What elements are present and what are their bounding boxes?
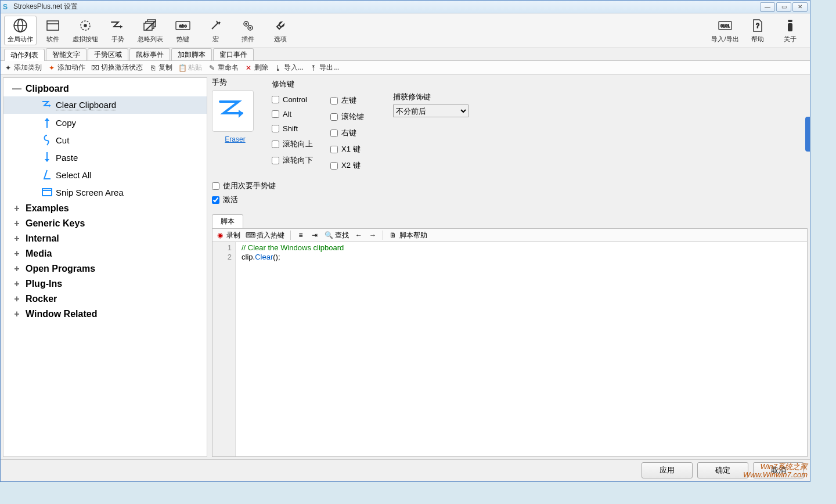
tree-folder-clipboard[interactable]: — Clipboard [3, 81, 207, 96]
active-checkbox[interactable]: 激活 [212, 195, 808, 205]
modifier-滚轮键[interactable]: 滚轮键 [330, 111, 364, 122]
zigzag-icon [110, 17, 125, 34]
config-area: 手势 Eraser 修饰键 ControlAltShift滚轮向上滚轮向下 左键… [212, 77, 808, 172]
tab-load-unload-script[interactable]: 加卸脚本 [171, 48, 212, 60]
modifier-滚轮向下[interactable]: 滚轮向下 [272, 155, 313, 165]
toolbar-gestures[interactable]: 手势 [102, 16, 134, 45]
info-icon [785, 17, 795, 34]
tree-folder-open-programs[interactable]: +Open Programs [3, 261, 207, 276]
cancel-button[interactable]: 取消 [753, 462, 804, 478]
add-action-button[interactable]: ✦添加动作 [48, 63, 85, 73]
line-gutter: 12 [212, 242, 236, 456]
expand-icon: + [8, 279, 26, 289]
ok-button[interactable]: 确定 [697, 462, 748, 478]
modifier-滚轮向上[interactable]: 滚轮向上 [272, 139, 313, 149]
gears-icon [241, 17, 255, 34]
toolbar-plugins[interactable]: 插件 [232, 16, 264, 45]
copy-button[interactable]: ⎘复制 [149, 63, 172, 73]
tree-item-cut[interactable]: Cut [3, 131, 207, 149]
expand-icon: + [8, 203, 26, 214]
svg-rect-3 [47, 21, 59, 30]
record-button[interactable]: ◉录制 [216, 231, 240, 240]
tab-action-list[interactable]: 动作列表 [4, 49, 45, 61]
tree-item-select-all[interactable]: Select All [3, 166, 207, 183]
gesture-preview[interactable] [212, 90, 254, 132]
toolbar-options[interactable]: 选项 [264, 16, 297, 45]
import-icon: ⭳ [274, 64, 282, 72]
toolbar-about[interactable]: 关于 [774, 16, 806, 45]
export-icon: ⭱ [309, 64, 318, 72]
tree-item-paste[interactable]: Paste [3, 149, 207, 166]
rename-button[interactable]: ✎重命名 [208, 63, 239, 73]
svg-text:0101: 0101 [720, 24, 730, 28]
indent-button[interactable]: ≡ [297, 231, 305, 239]
script-editor[interactable]: 12 // Clear the Windows clipboard clip.C… [212, 242, 808, 457]
tree-folder-plug-ins[interactable]: +Plug-Ins [3, 276, 207, 291]
copy-icon: ⎘ [149, 64, 157, 72]
tree-folder-window-related[interactable]: +Window Related [3, 307, 207, 322]
detail-pane: 手势 Eraser 修饰键 ControlAltShift滚轮向上滚轮向下 左键… [212, 77, 808, 457]
tree-folder-examples[interactable]: +Examples [3, 201, 207, 216]
script-help-button[interactable]: 🗎脚本帮助 [389, 231, 427, 240]
tree-item-clear-clipboard[interactable]: Clear Clipboard [3, 96, 207, 114]
app-icon: S [3, 3, 11, 11]
close-button[interactable]: ✕ [792, 2, 808, 12]
insert-hotkey-button[interactable]: ⌨插入热键 [246, 231, 284, 240]
delete-button[interactable]: ✕删除 [244, 63, 268, 73]
toolbar-global-actions[interactable]: 全局动作 [4, 16, 37, 45]
maximize-button[interactable]: ▭ [776, 2, 791, 12]
minimize-button[interactable]: — [760, 2, 775, 12]
prev-button[interactable]: ← [355, 231, 363, 239]
action-toolbar: ✦添加类别 ✦添加动作 ⌧切换激活状态 ⎘复制 📋粘贴 ✎重命名 ✕删除 ⭳导入… [1, 61, 810, 75]
modifier-X2 键[interactable]: X2 键 [330, 160, 364, 171]
svg-rect-21 [788, 20, 792, 22]
find-button[interactable]: 🔍查找 [325, 231, 349, 240]
tree-folder-rocker[interactable]: +Rocker [3, 291, 207, 307]
script-tab[interactable]: 脚本 [212, 214, 243, 228]
toolbar-software[interactable]: 软件 [37, 16, 69, 45]
expand-icon: + [8, 233, 26, 244]
gesture-zigzag-icon [38, 99, 56, 111]
tab-gesture-zone[interactable]: 手势区域 [88, 48, 128, 60]
svg-rect-25 [42, 189, 52, 196]
titlebar: S StrokesPlus.net 设置 — ▭ ✕ [1, 1, 810, 13]
side-handle[interactable] [805, 117, 810, 152]
tree-folder-generic-keys[interactable]: +Generic Keys [3, 216, 207, 231]
svg-text:?: ? [756, 23, 759, 29]
toolbar-ignore-list[interactable]: 忽略列表 [134, 16, 167, 45]
export-button[interactable]: ⭱导出... [309, 63, 339, 73]
modifier-左键[interactable]: 左键 [330, 95, 364, 106]
toolbar-help[interactable]: ? 帮助 [741, 16, 774, 45]
next-button[interactable]: → [369, 231, 377, 239]
tab-mouse-events[interactable]: 鼠标事件 [129, 48, 170, 60]
toggle-active-button[interactable]: ⌧切换激活状态 [91, 63, 143, 73]
record-icon: ◉ [216, 231, 224, 239]
tab-window-events[interactable]: 窗口事件 [213, 48, 254, 60]
modifier-右键[interactable]: 右键 [330, 128, 364, 138]
modifier-X1 键[interactable]: X1 键 [330, 144, 364, 154]
gesture-name-link[interactable]: Eraser [212, 135, 258, 143]
svg-point-17 [250, 27, 251, 28]
apply-button[interactable]: 应用 [642, 462, 693, 478]
tree-item-copy[interactable]: Copy [3, 114, 207, 131]
modifier-shift[interactable]: Shift [272, 124, 313, 133]
toolbar-virtual-buttons[interactable]: 虚拟按钮 [69, 16, 102, 45]
tree-folder-internal[interactable]: +Internal [3, 231, 207, 246]
paste-button[interactable]: 📋粘贴 [178, 63, 202, 73]
modifier-alt[interactable]: Alt [272, 110, 313, 118]
tree-folder-media[interactable]: +Media [3, 246, 207, 261]
modifier-control[interactable]: Control [272, 95, 313, 104]
loop-icon [38, 134, 56, 146]
toolbar-macro[interactable]: 宏 [199, 16, 232, 45]
use-secondary-checkbox[interactable]: 使用次要手势键 [212, 181, 808, 191]
tree-item-snip[interactable]: Snip Screen Area [3, 183, 207, 201]
add-category-button[interactable]: ✦添加类别 [4, 63, 42, 73]
toolbar-hotkeys[interactable]: abc 热键 [167, 16, 199, 45]
capture-modifier-select[interactable]: 不分前后 [393, 105, 469, 117]
import-button[interactable]: ⭳导入... [274, 63, 304, 73]
binary-icon: 0101 [718, 17, 733, 34]
svg-point-16 [246, 23, 247, 24]
tab-smart-text[interactable]: 智能文字 [46, 48, 87, 60]
outdent-button[interactable]: ⇥ [311, 231, 319, 239]
toolbar-import-export[interactable]: 0101 导入/导出 [709, 16, 741, 45]
